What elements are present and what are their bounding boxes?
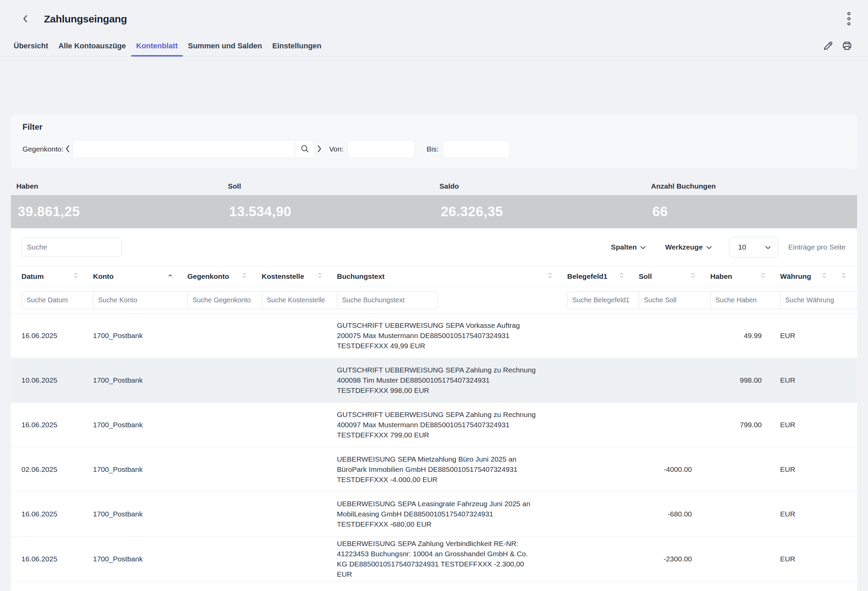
search-buchungstext-input[interactable] [337, 292, 437, 309]
search-cell-datum [11, 287, 93, 314]
table-row[interactable]: 16.06.20251700_PostbankUEBERWEISUNG SEPA… [11, 536, 857, 582]
cell-haben: 998.00 [710, 358, 780, 403]
summary-bar: 39.861,2513.534,9026.326,3566 [11, 195, 857, 228]
column-header-inner [841, 272, 857, 280]
column-header-inner: Haben [710, 272, 780, 280]
tab-bar: ÜbersichtAlle KontoauszügeKontenblattSum… [0, 38, 868, 56]
table-row[interactable]: 02.06.20251700_PostbankUEBERWEISUNG SEPA… [11, 447, 857, 492]
tab-kontenblatt[interactable]: Kontenblatt [131, 41, 183, 56]
cell-waehrung: EUR [780, 492, 841, 536]
cell-datum: 16.06.2025 [11, 403, 93, 447]
table-row[interactable]: 16.06.20251700_PostbankGUTSCHRIFT UEBERW… [11, 403, 857, 447]
table-search-input[interactable] [21, 237, 122, 257]
chevron-left-icon [21, 13, 29, 25]
bis-input[interactable] [443, 140, 510, 158]
back-button[interactable] [21, 13, 29, 25]
column-label: Gegenkonto [187, 272, 229, 280]
cell-konto [93, 582, 187, 591]
tab-alle-kontoauszüge[interactable]: Alle Kontoauszüge [53, 41, 131, 56]
von-input[interactable] [347, 140, 415, 158]
column-header-kostenstelle[interactable]: Kostenstelle [261, 266, 337, 287]
column-header-buchungstext[interactable]: Buchungstext [337, 266, 567, 287]
column-label: Soll [639, 272, 652, 280]
chevron-down-icon [765, 243, 771, 251]
cell-belegefeld1 [567, 358, 639, 403]
table-row[interactable]: 16.06.20251700_PostbankGUTSCHRIFT UEBERW… [11, 314, 857, 358]
cell-buchungstext: UEBERWEISUNG SEPA Zahlung Verbindlichkei… [337, 536, 567, 582]
tab-summen-und-salden[interactable]: Summen und Salden [183, 41, 267, 56]
spalten-dropdown-button[interactable]: Spalten [609, 243, 648, 252]
table-header-row: DatumKontoGegenkontoKostenstelleBuchungs… [11, 266, 857, 287]
filter-row: Gegenkonto: Von: Bis: [22, 140, 846, 158]
cell-kostenstelle [261, 403, 337, 447]
cell-haben: 799.00 [710, 403, 780, 447]
column-header-inner: Soll [639, 272, 710, 280]
tab-einstellungen[interactable]: Einstellungen [267, 41, 326, 56]
column-header-soll[interactable]: Soll [639, 266, 710, 287]
cell-belegefeld1 [567, 314, 639, 358]
cell-waehrung: EUR [780, 403, 841, 447]
column-header-inner: Währung [780, 272, 841, 280]
cell-extra [841, 492, 857, 536]
gegenkonto-prev-button[interactable] [63, 142, 72, 156]
werkzeuge-dropdown-button[interactable]: Werkzeuge [663, 243, 714, 252]
sort-ascending-icon [168, 272, 173, 280]
cell-buchungstext: GUTSCHRIFT UEBERWEISUNG SEPA Vorkasse Au… [337, 314, 567, 358]
sort-icon [691, 272, 695, 280]
cell-gegenkonto [187, 582, 261, 591]
column-header-inner: Konto [93, 272, 187, 280]
table-search-row [11, 287, 857, 314]
page-size-select[interactable]: 10 [729, 237, 778, 257]
table-row[interactable]: 10.06.20251700_PostbankGUTSCHRIFT UEBERW… [11, 358, 857, 403]
cell-soll: -2300.00 [639, 536, 710, 582]
sort-icon [74, 272, 78, 280]
sort-icon [548, 272, 552, 280]
column-label: Währung [780, 272, 811, 280]
search-icon [300, 144, 310, 155]
column-header-belegefeld1[interactable]: Belegefeld1 [567, 266, 639, 287]
cell-kostenstelle [261, 582, 337, 591]
summary-labels: HabenSollSaldoAnzahl Buchungen [11, 182, 857, 190]
cell-belegefeld1 [567, 447, 639, 492]
pencil-icon [823, 41, 833, 52]
cell-kostenstelle [261, 358, 337, 403]
column-label: Haben [710, 272, 732, 280]
search-konto-input[interactable] [93, 292, 193, 309]
table-row[interactable]: 16.06.20251700_PostbankUEBERWEISUNG SEPA… [11, 492, 857, 536]
column-label: Konto [93, 272, 114, 280]
edit-button[interactable] [823, 41, 833, 52]
cell-kostenstelle [261, 314, 337, 358]
search-cell-buchungstext [337, 287, 567, 314]
cell-waehrung: EUR [780, 447, 841, 492]
search-waehrung-input[interactable] [780, 292, 857, 309]
cell-waehrung: EUR [780, 358, 841, 403]
column-header-haben[interactable]: Haben [710, 266, 780, 287]
gegenkonto-search-button[interactable] [295, 140, 314, 158]
gegenkonto-next-button[interactable] [315, 142, 323, 156]
cell-datum: 10.06.2025 [11, 358, 93, 403]
column-header-konto[interactable]: Konto [93, 266, 187, 287]
print-button[interactable] [841, 41, 853, 52]
gegenkonto-input[interactable] [72, 140, 295, 158]
column-header-inner: Gegenkonto [187, 272, 261, 280]
cell-haben: 49.99 [710, 314, 780, 358]
table-row[interactable]: UEBERWEISUNG SEPA Zahlung Verbindlichkei… [11, 582, 857, 591]
more-options-button[interactable] [846, 11, 852, 27]
column-header-waehrung[interactable]: Währung [780, 266, 841, 287]
sort-icon [841, 272, 846, 280]
column-header-gegenkonto[interactable]: Gegenkonto [187, 266, 261, 287]
column-header-inner: Datum [21, 272, 93, 280]
cell-extra [841, 314, 857, 358]
search-cell-kostenstelle [261, 287, 337, 314]
page-title: Zahlungseingang [44, 13, 127, 25]
cell-buchungstext: UEBERWEISUNG SEPA Zahlung Verbindlichkei… [337, 582, 567, 591]
von-label: Von: [329, 145, 343, 153]
cell-soll: -680.00 [639, 492, 710, 536]
cell-buchungstext: GUTSCHRIFT UEBERWEISUNG SEPA Zahlung zu … [337, 358, 567, 403]
column-header-datum[interactable]: Datum [11, 266, 93, 287]
column-header-inner: Belegefeld1 [567, 272, 639, 280]
filter-panel: Filter Gegenkonto: Von: Bis: [11, 114, 857, 168]
column-header-extra[interactable] [841, 266, 857, 287]
tab-übersicht[interactable]: Übersicht [9, 41, 53, 56]
cell-gegenkonto [187, 447, 261, 492]
